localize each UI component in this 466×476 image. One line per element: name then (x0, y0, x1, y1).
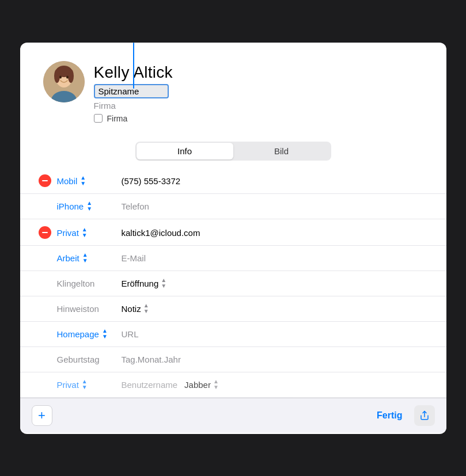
field-label-mobil[interactable]: Mobil ▲▼ (57, 175, 115, 186)
company-checkbox-label: Firma (107, 114, 128, 123)
field-row-email2: Arbeit ▲▼ E-Mail (20, 246, 446, 271)
field-value-arbeit[interactable]: E-Mail (122, 253, 146, 263)
field-value-benutzername[interactable]: Benutzername (122, 380, 178, 390)
field-value-klingelton[interactable]: Eröffnung ▲▼ (122, 277, 167, 289)
segment-control: Info Bild (43, 142, 423, 161)
field-label-privat2[interactable]: Privat ▲▼ (57, 379, 115, 390)
field-value-geburtstag[interactable]: Tag.Monat.Jahr (122, 355, 181, 364)
svg-point-3 (54, 69, 60, 83)
header-section: Kelly Altick Spitzname Firma Firma (20, 43, 446, 132)
field-value-hinweiston[interactable]: Notiz ▲▼ (122, 303, 149, 314)
svg-point-6 (59, 75, 62, 78)
delete-email1-button[interactable] (39, 226, 51, 239)
avatar-row: Kelly Altick Spitzname Firma (43, 61, 173, 111)
tab-bild[interactable]: Bild (233, 143, 330, 159)
company-checkbox[interactable] (94, 114, 103, 123)
field-row-phone1: Mobil ▲▼ (575) 555-3372 (20, 169, 446, 194)
fields-section: Mobil ▲▼ (575) 555-3372 iPhone ▲▼ Telefo… (20, 169, 446, 398)
klingelton-stepper[interactable]: ▲▼ (161, 277, 166, 289)
field-label-hinweiston: Hinweiston (57, 304, 115, 314)
contact-card: Kelly Altick Spitzname Firma Firma Info … (20, 43, 446, 434)
segment-inner: Info Bild (135, 142, 331, 161)
add-button[interactable]: + (32, 405, 52, 426)
field-label-geburtstag: Geburtstag (57, 355, 115, 364)
field-label-arbeit[interactable]: Arbeit ▲▼ (57, 252, 115, 264)
nickname-field[interactable]: Spitzname (94, 84, 169, 98)
bottom-bar: + Fertig (20, 398, 446, 433)
company-placeholder[interactable]: Firma (94, 101, 173, 111)
cursor-line (133, 43, 134, 89)
field-row-homepage: Homepage ▲▼ URL (20, 322, 446, 347)
privat-stepper[interactable]: ▲▼ (82, 227, 88, 238)
field-label-homepage[interactable]: Homepage ▲▼ (57, 328, 115, 340)
delete-phone1-button[interactable] (39, 174, 51, 187)
jabber-stepper[interactable]: ▲▼ (213, 379, 219, 390)
privat2-stepper[interactable]: ▲▼ (82, 379, 88, 390)
field-row-geburtstag: Geburtstag Tag.Monat.Jahr (20, 347, 446, 372)
homepage-stepper[interactable]: ▲▼ (102, 328, 108, 340)
svg-point-4 (68, 69, 74, 83)
mobil-stepper[interactable]: ▲▼ (80, 175, 86, 186)
field-row-phone2: iPhone ▲▼ Telefon (20, 194, 446, 219)
hinweiston-stepper[interactable]: ▲▼ (143, 303, 149, 314)
arbeit-stepper[interactable]: ▲▼ (82, 252, 88, 264)
field-value-mobil[interactable]: (575) 555-3372 (122, 176, 181, 186)
field-label-iphone[interactable]: iPhone ▲▼ (57, 200, 115, 212)
svg-point-7 (66, 75, 69, 78)
field-row-email1: Privat ▲▼ kaltick1@icloud.com (20, 220, 446, 246)
field-row-jabber: Privat ▲▼ Benutzername Jabber ▲▼ (20, 372, 446, 398)
field-value-iphone[interactable]: Telefon (122, 201, 149, 211)
field-label-privat[interactable]: Privat ▲▼ (57, 227, 115, 238)
fertig-button[interactable]: Fertig (371, 407, 408, 424)
field-value-jabber[interactable]: Jabber ▲▼ (184, 379, 219, 390)
field-value-homepage[interactable]: URL (122, 329, 139, 339)
company-checkbox-row: Firma (94, 114, 128, 123)
bottom-right: Fertig (371, 405, 434, 426)
field-label-klingelton: Klingelton (57, 279, 115, 288)
field-value-privat[interactable]: kaltick1@icloud.com (122, 228, 200, 238)
share-button[interactable] (414, 405, 435, 426)
field-row-hinweiston: Hinweiston Notiz ▲▼ (20, 296, 446, 322)
share-icon (419, 410, 430, 421)
iphone-stepper[interactable]: ▲▼ (86, 200, 92, 212)
tab-info[interactable]: Info (137, 143, 233, 159)
field-row-ringtone: Klingelton Eröffnung ▲▼ (20, 271, 446, 296)
avatar (43, 61, 85, 102)
